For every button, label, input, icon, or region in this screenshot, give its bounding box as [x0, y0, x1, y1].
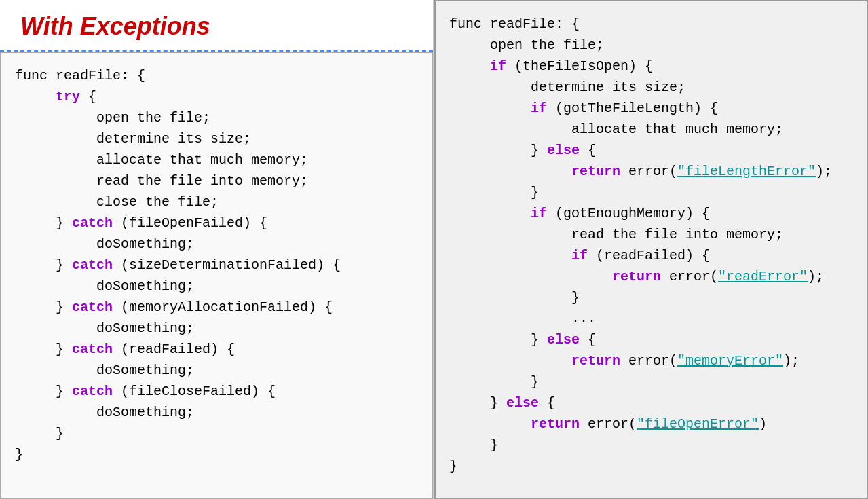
string-readError: "readError" — [718, 269, 808, 284]
rcode-line-15: ... — [449, 308, 853, 329]
code-line-17: doSomething; — [15, 402, 418, 423]
rcode-line-16: } else { — [449, 329, 853, 350]
code-line-10: } catch (sizeDeterminationFailed) { — [15, 255, 418, 276]
rcode-line-6: allocate that much memory; — [449, 119, 853, 140]
rcode-line-9: } — [449, 182, 853, 203]
rcode-line-14: } — [449, 287, 853, 308]
rcode-line-17: return error("memoryError"); — [449, 350, 853, 371]
code-line-3: open the file; — [15, 107, 418, 128]
rcode-line-21: } — [449, 435, 853, 456]
keyword-if-3: if — [531, 206, 547, 221]
keyword-catch-3: catch — [72, 299, 113, 315]
rcode-line-19: } else { — [449, 392, 853, 413]
string-fileLengthError: "fileLengthError" — [677, 164, 816, 179]
code-line-12: } catch (memoryAllocationFailed) { — [15, 297, 418, 318]
keyword-catch-1: catch — [72, 215, 113, 231]
left-code-area: func readFile: { try { open the file; de… — [0, 52, 433, 499]
left-header: With Exceptions — [0, 0, 433, 52]
rcode-line-1: func readFile: { — [449, 14, 853, 35]
rcode-line-3: if (theFileIsOpen) { — [449, 56, 853, 77]
rcode-line-12: if (readFailed) { — [449, 245, 853, 266]
string-memoryError: "memoryError" — [677, 353, 783, 369]
keyword-return-1: return — [571, 164, 620, 179]
keyword-if-1: if — [490, 58, 506, 74]
rcode-line-18: } — [449, 371, 853, 392]
main-container: With Exceptions func readFile: { try { o… — [0, 0, 868, 499]
code-line-13: doSomething; — [15, 318, 418, 339]
code-line-5: allocate that much memory; — [15, 149, 418, 170]
rcode-line-8: return error("fileLengthError"); — [449, 161, 853, 182]
keyword-catch-5: catch — [72, 384, 113, 399]
right-panel: func readFile: { open the file; if (theF… — [434, 0, 868, 499]
rcode-line-22: } — [449, 456, 853, 477]
code-line-8: } catch (fileOpenFailed) { — [15, 212, 418, 234]
keyword-catch-4: catch — [72, 341, 113, 357]
code-line-11: doSomething; — [15, 276, 418, 297]
code-line-9: doSomething; — [15, 234, 418, 255]
keyword-return-4: return — [531, 416, 580, 432]
keyword-if-2: if — [531, 100, 547, 116]
keyword-return-3: return — [571, 353, 620, 369]
keyword-catch-2: catch — [72, 257, 113, 273]
code-line-4: determine its size; — [15, 128, 418, 149]
code-line-16: } catch (fileCloseFailed) { — [15, 381, 418, 402]
keyword-try: try — [56, 89, 80, 105]
code-line-15: doSomething; — [15, 360, 418, 381]
keyword-else-1: else — [547, 143, 580, 158]
keyword-else-2: else — [547, 332, 580, 348]
rcode-line-4: determine its size; — [449, 77, 853, 98]
keyword-return-2: return — [612, 269, 661, 284]
left-panel: With Exceptions func readFile: { try { o… — [0, 0, 434, 499]
rcode-line-5: if (gotTheFileLength) { — [449, 98, 853, 119]
rcode-line-2: open the file; — [449, 35, 853, 56]
rcode-line-10: if (gotEnoughMemory) { — [449, 203, 853, 224]
code-line-7: close the file; — [15, 191, 418, 212]
code-line-19: } — [15, 444, 418, 465]
code-line-1: func readFile: { — [15, 65, 418, 86]
rcode-line-11: read the file into memory; — [449, 224, 853, 245]
rcode-line-13: return error("readError"); — [449, 266, 853, 287]
rcode-line-20: return error("fileOpenError") — [449, 413, 853, 435]
code-line-14: } catch (readFailed) { — [15, 339, 418, 360]
code-line-18: } — [15, 423, 418, 444]
code-line-6: read the file into memory; — [15, 170, 418, 191]
string-fileOpenError: "fileOpenError" — [637, 416, 759, 432]
code-line-2: try { — [15, 86, 418, 107]
page-title: With Exceptions — [20, 12, 210, 40]
keyword-if-4: if — [571, 248, 588, 263]
keyword-else-3: else — [506, 395, 539, 411]
rcode-line-7: } else { — [449, 140, 853, 161]
